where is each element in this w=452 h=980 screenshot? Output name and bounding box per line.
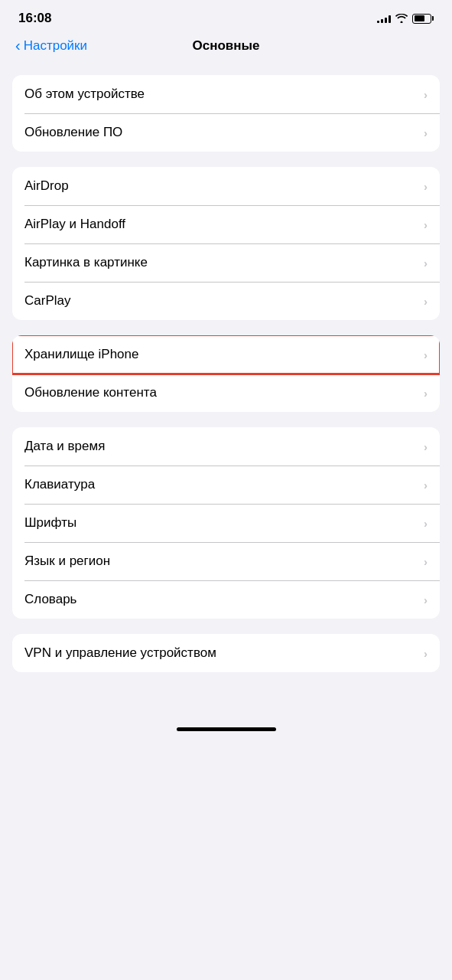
- chevron-icon-dictionary: ›: [424, 593, 428, 606]
- settings-row-storage[interactable]: Хранилище iPhone ›: [12, 335, 440, 374]
- row-label-storage: Хранилище iPhone: [24, 347, 138, 362]
- chevron-icon-fonts: ›: [424, 517, 428, 530]
- row-label-content-update: Обновление контента: [24, 385, 157, 400]
- settings-row-dictionary[interactable]: Словарь ›: [12, 580, 440, 619]
- row-label-carplay: CarPlay: [24, 293, 70, 309]
- chevron-icon-language: ›: [424, 555, 428, 568]
- home-indicator: [0, 718, 452, 737]
- chevron-icon-datetime: ›: [424, 440, 428, 453]
- row-label-vpn: VPN и управление устройством: [24, 645, 216, 661]
- row-label-datetime: Дата и время: [24, 439, 105, 454]
- settings-row-keyboard[interactable]: Клавиатура ›: [12, 466, 440, 504]
- row-label-about: Об этом устройстве: [24, 87, 145, 102]
- settings-group-1: Об этом устройстве › Обновление ПО ›: [12, 75, 440, 152]
- settings-row-vpn[interactable]: VPN и управление устройством ›: [12, 634, 440, 672]
- settings-row-about[interactable]: Об этом устройстве ›: [12, 75, 440, 113]
- nav-bar: ‹ Настройки Основные: [0, 32, 452, 63]
- settings-row-carplay[interactable]: CarPlay ›: [12, 282, 440, 320]
- settings-group-4: Дата и время › Клавиатура › Шрифты › Язы…: [12, 427, 440, 619]
- status-time: 16:08: [18, 11, 51, 26]
- chevron-icon-update: ›: [424, 126, 428, 139]
- settings-group-2: AirDrop › AirPlay и Handoff › Картинка в…: [12, 167, 440, 320]
- row-label-language: Язык и регион: [24, 554, 110, 569]
- chevron-icon-airdrop: ›: [424, 180, 428, 193]
- chevron-icon-storage: ›: [424, 348, 428, 361]
- settings-row-airdrop[interactable]: AirDrop ›: [12, 167, 440, 205]
- chevron-icon-keyboard: ›: [424, 479, 428, 492]
- battery-icon: [412, 14, 434, 24]
- settings-group-5: VPN и управление устройством ›: [12, 634, 440, 672]
- signal-icon: [377, 14, 391, 23]
- row-label-dictionary: Словарь: [24, 592, 76, 607]
- back-chevron-icon: ‹: [15, 37, 21, 54]
- status-bar: 16:08: [0, 0, 452, 32]
- chevron-icon-pip: ›: [424, 256, 428, 270]
- status-icons: [377, 14, 434, 24]
- home-bar: [177, 727, 276, 731]
- row-label-airplay: AirPlay и Handoff: [24, 217, 125, 232]
- chevron-icon-carplay: ›: [424, 295, 428, 308]
- settings-row-language[interactable]: Язык и регион ›: [12, 542, 440, 580]
- settings-row-update[interactable]: Обновление ПО ›: [12, 113, 440, 152]
- settings-row-fonts[interactable]: Шрифты ›: [12, 504, 440, 542]
- page-title: Основные: [192, 38, 259, 54]
- row-label-pip: Картинка в картинке: [24, 255, 148, 270]
- chevron-icon-airplay: ›: [424, 218, 428, 231]
- chevron-icon-about: ›: [424, 88, 428, 101]
- settings-row-datetime[interactable]: Дата и время ›: [12, 427, 440, 466]
- chevron-icon-content-update: ›: [424, 387, 428, 400]
- settings-row-airplay[interactable]: AirPlay и Handoff ›: [12, 205, 440, 243]
- settings-row-content-update[interactable]: Обновление контента ›: [12, 374, 440, 412]
- back-label: Настройки: [24, 38, 87, 54]
- row-label-fonts: Шрифты: [24, 515, 76, 531]
- settings-row-pip[interactable]: Картинка в картинке ›: [12, 243, 440, 282]
- back-button[interactable]: ‹ Настройки: [15, 38, 87, 54]
- settings-group-3: Хранилище iPhone › Обновление контента ›: [12, 335, 440, 412]
- settings-content: Об этом устройстве › Обновление ПО › Air…: [0, 63, 452, 718]
- row-label-keyboard: Клавиатура: [24, 477, 95, 492]
- row-label-update: Обновление ПО: [24, 125, 122, 140]
- chevron-icon-vpn: ›: [424, 647, 428, 660]
- wifi-icon: [395, 14, 408, 23]
- row-label-airdrop: AirDrop: [24, 178, 69, 194]
